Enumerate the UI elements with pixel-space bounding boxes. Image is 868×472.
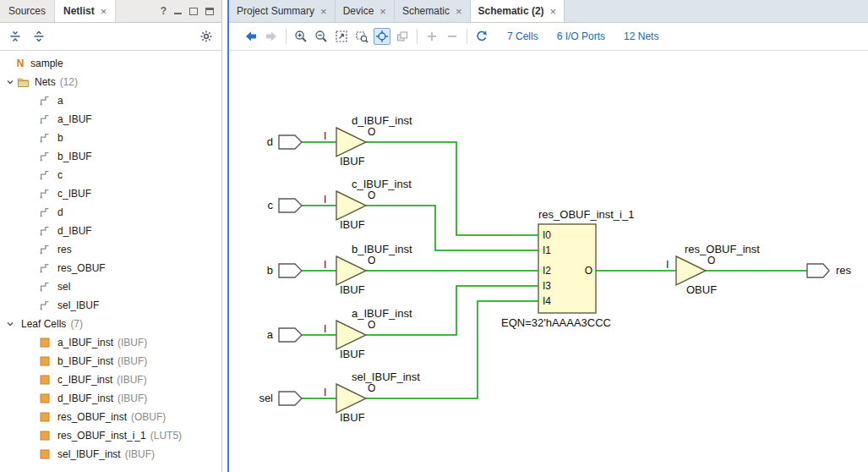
minimize-icon[interactable]: [174, 8, 182, 14]
back-button[interactable]: [243, 28, 259, 45]
net-icon: [39, 151, 51, 162]
port-symbol-d[interactable]: [279, 135, 302, 149]
tree-item-cell[interactable]: c_IBUF_inst(IBUF): [0, 370, 221, 389]
chevron-down-icon[interactable]: [4, 320, 16, 328]
settings-button[interactable]: [199, 30, 213, 43]
ibuf-symbol-sel[interactable]: [336, 384, 366, 413]
net-icon: [39, 132, 51, 144]
tree-item-net[interactable]: b_IBUF: [0, 147, 221, 166]
tree-item-cell[interactable]: d_IBUF_inst(IBUF): [0, 389, 221, 408]
obuf-symbol[interactable]: [676, 256, 706, 285]
tree-count: (7): [70, 318, 83, 330]
tab-project-summary[interactable]: Project Summary ×: [229, 0, 336, 22]
port-symbol-sel[interactable]: [279, 392, 302, 405]
tree-item-net[interactable]: c: [0, 166, 221, 184]
port-symbol-c[interactable]: [279, 199, 302, 212]
plus-icon: [425, 30, 439, 43]
tab-netlist[interactable]: Netlist ×: [55, 0, 116, 22]
close-icon[interactable]: ×: [320, 5, 327, 18]
tree-item-net[interactable]: res: [0, 240, 221, 259]
tree-group-nets[interactable]: Nets (12): [0, 73, 221, 91]
gear-icon: [199, 30, 213, 43]
pin-label-i: I: [324, 387, 326, 398]
close-icon[interactable]: ×: [550, 5, 557, 18]
toggle-autofit-button[interactable]: [394, 28, 411, 45]
back-arrow-icon: [244, 30, 258, 43]
tree-label: sample: [30, 58, 63, 69]
tab-schematic[interactable]: Schematic ×: [395, 0, 471, 22]
port-symbol-b[interactable]: [279, 264, 302, 277]
tree-item-net[interactable]: d: [0, 203, 221, 222]
float-icon[interactable]: [189, 8, 198, 15]
tree-item-net[interactable]: b: [0, 129, 221, 147]
cell-icon: [39, 356, 51, 366]
cell-type-label: IBUF: [340, 283, 365, 296]
schematic-toolbar: 7 Cells 6 I/O Ports 12 Nets: [229, 23, 868, 51]
tree-item-cell[interactable]: sel_IBUF_inst(IBUF): [0, 445, 221, 464]
tree-item-cell[interactable]: a_IBUF_inst(IBUF): [0, 333, 221, 352]
pin-label-o: O: [368, 255, 375, 266]
ibuf-symbol-a[interactable]: [336, 321, 366, 349]
zoom-selection-button[interactable]: [353, 28, 370, 45]
tree-item-net[interactable]: a_IBUF: [0, 110, 221, 129]
close-icon[interactable]: ×: [456, 5, 462, 18]
tree-item-net[interactable]: res_OBUF: [0, 259, 221, 277]
port-symbol-res[interactable]: [807, 264, 829, 277]
tree-item-net[interactable]: sel: [0, 277, 221, 296]
tree-label: Leaf Cells: [21, 318, 66, 330]
cell-icon: [39, 449, 51, 459]
close-icon[interactable]: ×: [379, 5, 386, 18]
help-icon[interactable]: ?: [161, 5, 167, 17]
toolbar-separator: [286, 29, 287, 44]
tree-item-net[interactable]: sel_IBUF: [0, 296, 221, 315]
tab-sources[interactable]: Sources: [0, 0, 55, 22]
ibuf-symbol-c[interactable]: [336, 191, 366, 220]
close-icon[interactable]: ×: [101, 5, 107, 18]
regenerate-button[interactable]: [473, 28, 490, 45]
port-label-c: c: [229, 199, 273, 211]
autofit-selection-button[interactable]: [374, 28, 390, 45]
instance-label: res_OBUF_inst_i_1: [538, 208, 634, 221]
tree-item-net[interactable]: a: [0, 91, 221, 110]
zoom-in-button[interactable]: [292, 28, 309, 45]
tree-item-cell[interactable]: res_OBUF_inst_i_1(LUT5): [0, 426, 221, 445]
collapse-all-button[interactable]: [8, 30, 22, 43]
net-icon: [39, 299, 51, 311]
document-tab-bar: Project Summary × Device × Schematic × S…: [229, 0, 868, 23]
tree-item-sample[interactable]: N sample: [0, 54, 221, 73]
port-label-a: a: [229, 328, 273, 341]
cell-icon: [39, 338, 51, 348]
tab-sources-label: Sources: [8, 5, 46, 17]
tree-item-net[interactable]: c_IBUF: [0, 184, 221, 203]
tree-item-cell[interactable]: b_IBUF_inst(IBUF): [0, 352, 221, 370]
instance-label: b_IBUF_inst: [352, 243, 412, 255]
tree-item-cell[interactable]: res_OBUF_inst(OBUF): [0, 408, 221, 426]
zoom-selection-icon: [355, 30, 368, 43]
expand-all-button[interactable]: [32, 30, 46, 43]
tree-group-leaf-cells[interactable]: Leaf Cells (7): [0, 315, 221, 333]
forward-button[interactable]: [263, 28, 280, 45]
port-label-d: d: [229, 135, 273, 148]
net-icon: [39, 188, 51, 200]
pin-label-i4: I4: [543, 295, 551, 307]
schematic-canvas[interactable]: d d_IBUF_inst I O IBUF c c_IBUF_inst I O…: [229, 51, 868, 472]
ibuf-symbol-b[interactable]: [336, 256, 366, 285]
crosshair-icon: [375, 30, 389, 43]
tree-item-net[interactable]: d_IBUF: [0, 222, 221, 240]
tab-device[interactable]: Device ×: [336, 0, 395, 22]
port-symbol-a[interactable]: [279, 328, 302, 342]
tab-schematic-2[interactable]: Schematic (2) ×: [471, 0, 565, 22]
layers-icon: [396, 30, 409, 43]
netlist-root-icon: N: [14, 58, 27, 69]
instance-label: d_IBUF_inst: [352, 114, 412, 127]
ibuf-symbol-d[interactable]: [336, 128, 366, 156]
instance-label: a_IBUF_inst: [352, 307, 412, 320]
zoom-fit-button[interactable]: [333, 28, 350, 45]
chevron-down-icon[interactable]: [4, 78, 16, 86]
maximize-icon[interactable]: [205, 8, 214, 15]
zoom-in-icon: [294, 30, 308, 43]
add-to-schematic-button[interactable]: [423, 28, 440, 45]
remove-from-schematic-button[interactable]: [444, 28, 461, 45]
tab-netlist-label: Netlist: [63, 5, 95, 17]
zoom-out-button[interactable]: [313, 28, 330, 45]
